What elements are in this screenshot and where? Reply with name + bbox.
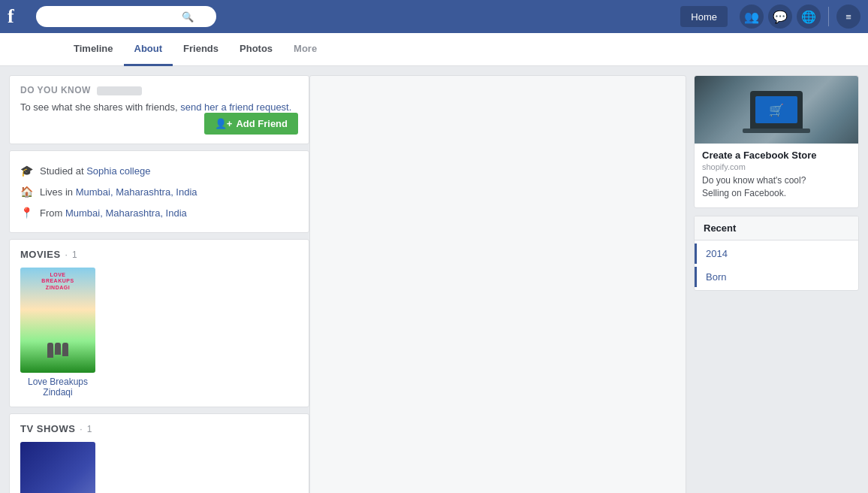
profile-tabs: Timeline About Friends Photos More xyxy=(0,33,868,66)
ad-description: Do you know what's cool? Selling on Face… xyxy=(702,174,851,200)
tvshows-count: 1 xyxy=(87,424,92,434)
laptop-screen: 🛒 xyxy=(755,96,797,123)
ad-body: Create a Facebook Store shopify.com Do y… xyxy=(695,144,858,200)
info-card: 🎓 Studied at Sophia college 🏠 Lives in M… xyxy=(9,150,309,233)
blurred-name xyxy=(97,86,142,95)
tab-about[interactable]: About xyxy=(124,33,173,66)
home-icon: 🏠 xyxy=(20,186,32,198)
location-icon: 📍 xyxy=(20,207,32,219)
recent-item-born[interactable]: Born xyxy=(695,267,858,287)
recent-header: Recent xyxy=(695,216,858,240)
ad-title[interactable]: Create a Facebook Store xyxy=(702,150,851,161)
home-button[interactable]: Home xyxy=(680,6,728,27)
nav-right-icons: 👥 💬 🌐 ≡ xyxy=(740,5,860,29)
tab-timeline[interactable]: Timeline xyxy=(63,33,124,66)
add-friend-icon: 👤+ xyxy=(215,118,233,129)
tab-friends[interactable]: Friends xyxy=(173,33,229,66)
friend-message-row: To see what she shares with friends, sen… xyxy=(20,101,298,135)
nav-divider xyxy=(828,7,829,26)
main-content: DO YOU KNOW To see what she shares with … xyxy=(0,66,868,493)
recent-card: Recent 2014 Born xyxy=(694,216,859,291)
do-you-know-label: DO YOU KNOW xyxy=(20,85,298,95)
figure-2 xyxy=(55,343,61,355)
settings-icon[interactable]: ≡ xyxy=(836,5,860,29)
notifications-icon[interactable]: 🌐 xyxy=(797,5,821,29)
home-label: Home xyxy=(691,11,717,23)
tab-more[interactable]: More xyxy=(283,33,327,66)
tvshow-poster xyxy=(20,442,95,493)
friend-request-link[interactable]: send her a friend request. xyxy=(180,101,291,113)
center-content-area xyxy=(309,75,686,493)
movies-count: 1 xyxy=(72,250,77,260)
top-navigation: f 🔍 Home 👥 💬 🌐 ≡ xyxy=(0,0,868,33)
facebook-logo: f xyxy=(8,5,30,28)
school-link[interactable]: Sophia college xyxy=(86,165,150,177)
tvshow-card[interactable] xyxy=(20,442,95,493)
movies-section: MOVIES · 1 LoveBreakUpsZindagi Love Brea… xyxy=(9,239,309,407)
figure-3 xyxy=(62,343,68,356)
movies-separator: · xyxy=(65,250,68,260)
messages-icon[interactable]: 💬 xyxy=(768,5,792,29)
figure-1 xyxy=(47,343,53,358)
ad-card: 🛒 Create a Facebook Store shopify.com Do… xyxy=(694,75,859,208)
do-you-know-banner: DO YOU KNOW To see what she shares with … xyxy=(9,75,309,144)
friends-icon[interactable]: 👥 xyxy=(740,5,764,29)
info-from: 📍 From Mumbai, Maharashtra, India xyxy=(20,202,298,223)
from-link[interactable]: Mumbai, Maharashtra, India xyxy=(65,207,187,219)
laptop-graphic: 🛒 xyxy=(750,91,803,129)
tab-photos[interactable]: Photos xyxy=(229,33,283,66)
ad-image: 🛒 xyxy=(695,76,858,144)
info-school: 🎓 Studied at Sophia college xyxy=(20,160,298,181)
movie-title: Love Breakups Zindaqi xyxy=(20,377,95,398)
screen-icon: 🛒 xyxy=(769,103,784,117)
movies-header: MOVIES · 1 xyxy=(20,249,298,260)
recent-item-2014[interactable]: 2014 xyxy=(695,243,858,264)
search-input[interactable] xyxy=(42,11,177,23)
search-icon: 🔍 xyxy=(182,11,194,23)
poster-figures xyxy=(20,343,95,358)
sidebar: 🛒 Create a Facebook Store shopify.com Do… xyxy=(694,75,859,493)
movie-poster: LoveBreakUpsZindagi xyxy=(20,268,95,373)
tvshows-separator: · xyxy=(80,424,82,434)
ad-source: shopify.com xyxy=(702,162,851,171)
school-icon: 🎓 xyxy=(20,165,32,177)
info-lives: 🏠 Lives in Mumbai, Maharashtra, India xyxy=(20,181,298,202)
friend-message-text: To see what she shares with friends, sen… xyxy=(20,101,291,113)
left-column: DO YOU KNOW To see what she shares with … xyxy=(9,75,309,493)
movie-card[interactable]: LoveBreakUpsZindagi Love Breakups Zindaq… xyxy=(20,268,95,398)
movies-title: MOVIES xyxy=(20,249,61,260)
poster-text: LoveBreakUpsZindagi xyxy=(20,272,95,291)
tvshows-title: TV SHOWS xyxy=(20,423,75,434)
add-friend-button[interactable]: 👤+ Add Friend xyxy=(204,113,298,135)
search-bar: 🔍 xyxy=(36,6,216,27)
lives-link[interactable]: Mumbai, Maharashtra, India xyxy=(76,186,197,198)
laptop-body: 🛒 xyxy=(750,91,803,129)
tvshows-header: TV SHOWS · 1 xyxy=(20,423,298,434)
right-column: 🛒 Create a Facebook Store shopify.com Do… xyxy=(309,75,859,493)
tvshows-section: TV SHOWS · 1 xyxy=(9,413,309,493)
